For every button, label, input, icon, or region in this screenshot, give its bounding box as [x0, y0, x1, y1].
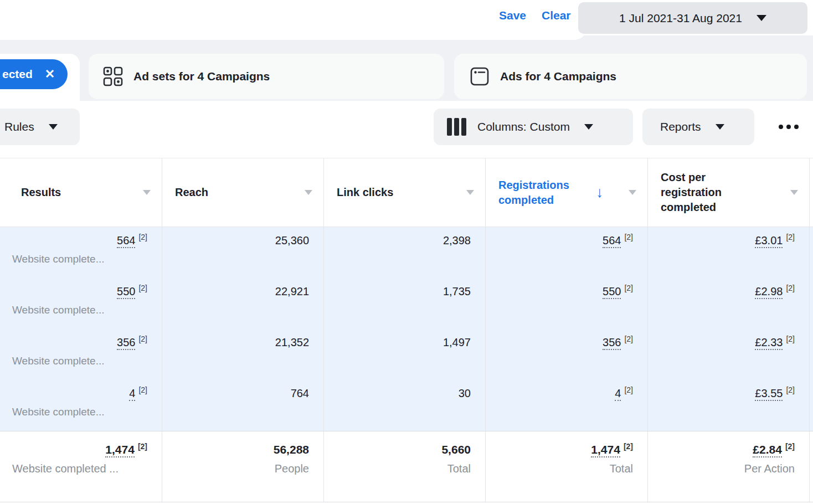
- cost-total-sublabel: Per Action: [648, 462, 809, 475]
- footnote-ref: [2]: [624, 442, 633, 451]
- next-column-sliver: [810, 227, 813, 278]
- cost-cell: £3.55[2]: [648, 380, 810, 431]
- column-header-results[interactable]: Results: [0, 158, 162, 227]
- results-value[interactable]: 550: [117, 285, 135, 299]
- reach-value: 764: [162, 387, 323, 400]
- registrations-cell: 550[2]: [486, 278, 648, 329]
- date-range-picker[interactable]: 1 Jul 2021-31 Aug 2021: [578, 2, 807, 34]
- registrations-total-cell: 1,474[2] Total: [486, 431, 648, 502]
- save-filter-link[interactable]: Save: [499, 9, 526, 22]
- footnote-ref: [2]: [138, 335, 147, 343]
- ellipsis-icon: [794, 125, 799, 129]
- ellipsis-icon: [779, 125, 783, 129]
- footnote-ref: [2]: [624, 335, 633, 343]
- chevron-down-icon: [584, 124, 593, 130]
- campaigns-selected-pill[interactable]: ected ✕: [0, 59, 68, 89]
- ellipsis-icon: [786, 125, 791, 129]
- metrics-table: Results Reach Link clicks Registrations …: [0, 158, 813, 502]
- table-row[interactable]: 356[2] Website complete... 21,352 1,497 …: [0, 329, 813, 380]
- close-icon[interactable]: ✕: [45, 67, 55, 81]
- results-cell: 356[2] Website complete...: [0, 329, 162, 380]
- reports-label: Reports: [660, 120, 701, 133]
- results-cell: 4[2] Website complete...: [0, 380, 162, 431]
- results-value[interactable]: 4: [129, 387, 135, 401]
- reports-button[interactable]: Reports: [642, 109, 754, 145]
- link-clicks-cell: 1,735: [324, 278, 486, 329]
- tab-ad-sets[interactable]: Ad sets for 4 Campaigns: [89, 54, 444, 99]
- cost-cell: £2.98[2]: [648, 278, 810, 329]
- registrations-value[interactable]: 4: [615, 387, 621, 401]
- more-options-button[interactable]: [775, 114, 802, 140]
- results-sublabel: Website complete...: [0, 355, 162, 367]
- reach-value: 22,921: [162, 285, 323, 298]
- filter-bar: Save Clear: [0, 0, 588, 40]
- chevron-down-icon[interactable]: [305, 190, 312, 195]
- link-clicks-value: 1,497: [324, 336, 485, 349]
- cost-cell: £3.01[2]: [648, 227, 810, 278]
- footnote-ref: [2]: [624, 385, 633, 394]
- results-sublabel: Website complete...: [0, 406, 162, 418]
- cost-total-cell: £2.84[2] Per Action: [648, 431, 810, 502]
- next-column-sliver: [810, 380, 813, 431]
- table-row[interactable]: 564[2] Website complete... 25,360 2,398 …: [0, 227, 813, 278]
- results-total-cell: 1,474[2] Website completed ...: [0, 431, 162, 502]
- results-total-value[interactable]: 1,474: [105, 443, 135, 457]
- results-cell: 550[2] Website complete...: [0, 278, 162, 329]
- link-clicks-cell: 30: [324, 380, 486, 431]
- next-column-sliver: [810, 431, 813, 502]
- registrations-cell: 4[2]: [486, 380, 648, 431]
- footnote-ref: [2]: [624, 233, 633, 241]
- cost-header-label: Cost per registration completed: [661, 170, 748, 215]
- chevron-down-icon: [716, 124, 724, 130]
- next-column-sliver: [810, 158, 813, 227]
- rules-label: Rules: [4, 120, 34, 133]
- chevron-down-icon[interactable]: [629, 190, 636, 195]
- chevron-down-icon[interactable]: [143, 190, 151, 195]
- results-value[interactable]: 356: [117, 336, 135, 350]
- registrations-total-value[interactable]: 1,474: [591, 443, 620, 457]
- tab-ads[interactable]: Ads for 4 Campaigns: [454, 54, 807, 99]
- footnote-ref: [2]: [786, 284, 795, 292]
- table-row[interactable]: 4[2] Website complete... 764 30 4[2] £3.…: [0, 380, 813, 431]
- results-value[interactable]: 564: [117, 234, 135, 248]
- reach-cell: 25,360: [162, 227, 324, 278]
- reach-total-value: 56,288: [162, 443, 323, 456]
- footnote-ref: [2]: [786, 385, 795, 394]
- columns-button[interactable]: Columns: Custom: [434, 109, 633, 145]
- table-row[interactable]: 550[2] Website complete... 22,921 1,735 …: [0, 278, 813, 329]
- tab-ad-sets-label: Ad sets for 4 Campaigns: [133, 70, 270, 83]
- link-clicks-total-value: 5,660: [324, 443, 485, 456]
- column-header-reach[interactable]: Reach: [162, 158, 324, 227]
- table-toolbar: Rules Columns: Custom Reports: [0, 101, 813, 158]
- column-header-link-clicks[interactable]: Link clicks: [324, 158, 486, 227]
- link-clicks-cell: 2,398: [324, 227, 486, 278]
- cost-total-value[interactable]: £2.84: [753, 443, 782, 457]
- registrations-value[interactable]: 550: [603, 285, 621, 299]
- table-header-row: Results Reach Link clicks Registrations …: [0, 158, 813, 227]
- link-clicks-value: 1,735: [324, 285, 485, 298]
- table-body: 564[2] Website complete... 25,360 2,398 …: [0, 227, 813, 431]
- chevron-down-icon: [757, 15, 766, 21]
- results-total-sublabel: Website completed ...: [0, 462, 162, 475]
- rules-button[interactable]: Rules: [0, 109, 80, 145]
- cost-value[interactable]: £2.98: [755, 285, 783, 299]
- column-header-cost-per-registration[interactable]: Cost per registration completed: [648, 158, 810, 227]
- footnote-ref: [2]: [785, 442, 795, 451]
- reach-value: 25,360: [162, 234, 323, 247]
- clear-filter-link[interactable]: Clear: [542, 9, 571, 22]
- columns-label: Columns: Custom: [477, 120, 570, 133]
- cost-value[interactable]: £2.33: [755, 336, 783, 350]
- link-clicks-value: 30: [324, 387, 485, 400]
- sort-descending-icon[interactable]: ↓: [596, 184, 604, 201]
- registrations-value[interactable]: 564: [603, 234, 621, 248]
- cost-value[interactable]: £3.01: [755, 234, 783, 248]
- next-column-sliver: [810, 278, 813, 329]
- campaigns-selected-label: ected: [2, 68, 33, 81]
- cost-cell: £2.33[2]: [648, 329, 810, 380]
- registrations-value[interactable]: 356: [603, 336, 621, 350]
- chevron-down-icon[interactable]: [466, 190, 474, 195]
- column-header-registrations-completed[interactable]: Registrations completed ↓: [486, 158, 648, 227]
- columns-icon: [447, 118, 466, 136]
- cost-value[interactable]: £3.55: [755, 387, 783, 401]
- results-cell: 564[2] Website complete...: [0, 227, 162, 278]
